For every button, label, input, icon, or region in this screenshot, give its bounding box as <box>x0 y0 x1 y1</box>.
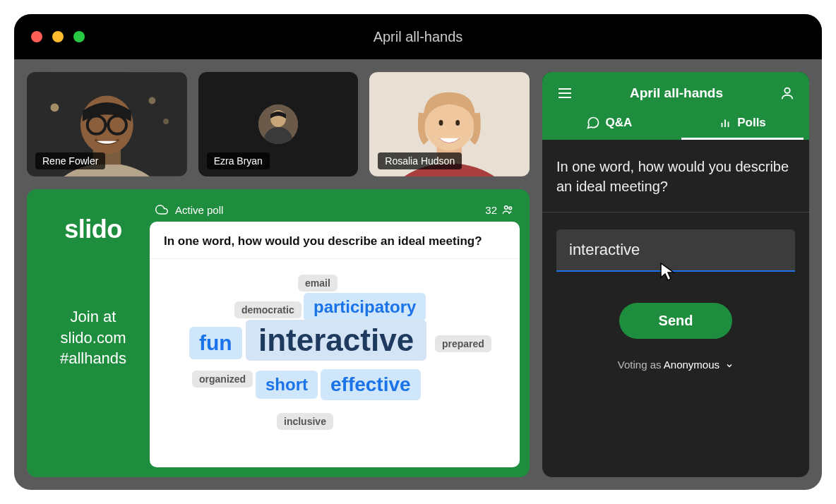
tab-polls[interactable]: Polls <box>676 106 809 140</box>
titlebar: April all-hands <box>14 14 822 59</box>
tab-qa[interactable]: Q&A <box>542 106 676 140</box>
word-chip: inclusive <box>277 413 333 430</box>
tab-label: Polls <box>737 116 766 130</box>
svg-point-18 <box>456 120 460 126</box>
word-chip: prepared <box>435 335 491 352</box>
word-chip: organized <box>192 371 253 388</box>
word-chip: participatory <box>304 293 426 321</box>
person-icon <box>780 85 795 101</box>
side-panel-body: In one word, how would you describe an i… <box>542 140 809 477</box>
slido-side-panel: April all-hands Q&A <box>542 72 809 477</box>
poll-status-bar: Active poll 32 <box>150 203 520 222</box>
poll-join-info: slido Join at slido.com #allhands <box>37 203 150 467</box>
people-icon <box>501 203 514 216</box>
word-chip: fun <box>189 327 242 359</box>
video-tile[interactable]: Rene Fowler <box>27 72 187 176</box>
side-panel-question: In one word, how would you describe an i… <box>556 157 795 196</box>
hamburger-icon <box>556 85 573 102</box>
voting-identity-row[interactable]: Voting as Anonymous <box>556 359 795 371</box>
poll-question: In one word, how would you describe an i… <box>150 222 520 259</box>
answer-input-wrap <box>556 229 795 272</box>
divider <box>542 212 809 212</box>
cloud-icon <box>155 203 168 216</box>
traffic-lights <box>31 31 85 42</box>
cursor-icon <box>659 262 676 282</box>
participant-name-tag: Ezra Bryan <box>207 152 270 169</box>
send-button[interactable]: Send <box>619 303 733 339</box>
side-panel-header: April all-hands Q&A <box>542 72 809 140</box>
bar-chart-icon <box>719 116 732 129</box>
fullscreen-window-button[interactable] <box>73 31 85 42</box>
poll-card: In one word, how would you describe an i… <box>150 222 520 467</box>
avatar-circle <box>258 104 298 144</box>
join-line: Join at <box>60 306 126 328</box>
chevron-down-icon <box>725 361 734 370</box>
poll-content: Active poll 32 In one word, how would yo… <box>150 203 520 467</box>
slido-logo: slido <box>64 215 122 244</box>
word-chip: interactive <box>246 320 426 361</box>
voting-identity: Anonymous <box>664 359 719 371</box>
app-window: April all-hands <box>14 14 822 490</box>
poll-panel: slido Join at slido.com #allhands Active… <box>27 189 530 477</box>
wordcloud: email democratic participatory fun inter… <box>150 259 520 467</box>
video-tile[interactable]: Ezra Bryan <box>198 72 359 176</box>
svg-point-3 <box>163 119 169 124</box>
close-window-button[interactable] <box>31 31 42 42</box>
menu-button[interactable] <box>556 85 573 102</box>
tab-label: Q&A <box>606 116 633 130</box>
word-chip: democratic <box>234 301 301 318</box>
side-panel-tabs: Q&A Polls <box>542 106 809 140</box>
video-tile[interactable]: Rosalia Hudson <box>369 72 530 176</box>
svg-point-20 <box>509 207 512 210</box>
poll-vote-count: 32 <box>485 204 497 216</box>
svg-point-19 <box>505 206 508 210</box>
chat-icon <box>586 116 600 130</box>
word-chip: email <box>298 275 338 292</box>
window-title: April all-hands <box>14 29 822 45</box>
svg-point-2 <box>148 97 155 104</box>
minimize-window-button[interactable] <box>52 31 64 42</box>
svg-point-17 <box>439 120 443 126</box>
svg-point-24 <box>784 88 789 93</box>
video-row: Rene Fowler Ezra Bryan <box>27 72 530 176</box>
side-panel-title: April all-hands <box>630 85 723 101</box>
participant-name-tag: Rosalia Hudson <box>378 152 462 169</box>
content-area: Rene Fowler Ezra Bryan <box>14 59 822 490</box>
join-instructions: Join at slido.com #allhands <box>60 306 126 369</box>
word-chip: short <box>256 371 318 399</box>
word-chip: effective <box>321 369 421 400</box>
svg-point-1 <box>51 103 59 112</box>
participant-name-tag: Rene Fowler <box>35 152 105 169</box>
voting-as-label: Voting as <box>618 359 664 371</box>
join-line: #allhands <box>60 348 126 369</box>
join-line: slido.com <box>60 328 126 349</box>
avatar-icon <box>258 104 298 144</box>
profile-button[interactable] <box>780 85 795 101</box>
poll-status-label: Active poll <box>175 204 223 216</box>
